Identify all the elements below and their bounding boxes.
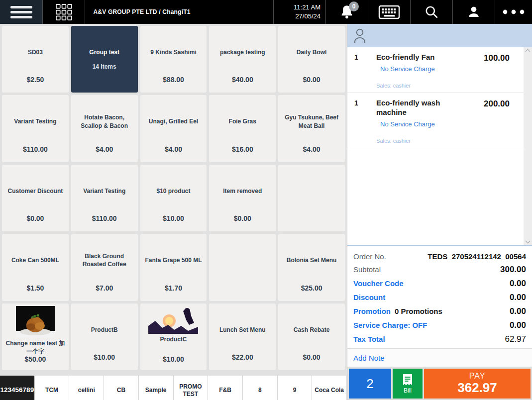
- product-tile[interactable]: package testing$40.00: [209, 26, 276, 93]
- product-tile[interactable]: Daily Bowl$0.00: [278, 26, 345, 93]
- date-label: 27/05/24: [295, 12, 320, 21]
- product-panel: SD03$2.50Group test14 Items9 Kinds Sashi…: [0, 24, 347, 400]
- product-tile[interactable]: Variant Testing$110.00: [2, 95, 69, 162]
- product-tile[interactable]: ProductB$10.00: [71, 303, 138, 370]
- product-price: $40.00: [232, 76, 253, 84]
- product-tile[interactable]: Change name test 加一个字$50.00: [2, 303, 69, 370]
- summary-label[interactable]: Voucher Code: [353, 279, 404, 288]
- product-tile[interactable]: $10 product$10.00: [140, 165, 207, 231]
- product-price: $10.00: [94, 353, 115, 361]
- category-tab[interactable]: TCM: [35, 376, 70, 400]
- quantity-button[interactable]: 2: [349, 369, 391, 399]
- product-name: Bolonia Set Menu: [287, 256, 337, 264]
- product-name: package testing: [220, 48, 265, 56]
- summary-row: Subtotal300.00: [353, 263, 526, 277]
- category-tab[interactable]: 9: [278, 376, 313, 400]
- customer-bar[interactable]: [347, 24, 532, 47]
- main-area: SD03$2.50Group test14 Items9 Kinds Sashi…: [0, 24, 532, 400]
- summary-label[interactable]: Service Charge: OFF: [353, 321, 427, 329]
- product-tile[interactable]: 9 Kinds Sashimi$88.00: [140, 26, 207, 93]
- scrollbar[interactable]: [524, 47, 532, 245]
- summary-row: Promotion0 Promotions0.00: [353, 304, 526, 318]
- ellipsis-icon: [503, 9, 525, 14]
- category-tab[interactable]: Coca Cola: [312, 376, 347, 400]
- add-note-button[interactable]: Add Note: [347, 348, 532, 367]
- search-button[interactable]: [411, 0, 453, 24]
- bill-label: Bill: [404, 387, 412, 394]
- product-name: ProductB: [91, 326, 118, 334]
- store-title: A&V GROUP PTE LTD / ChangiT1: [93, 8, 190, 15]
- product-price: $1.50: [26, 284, 44, 292]
- summary-label: Order No.: [353, 252, 386, 261]
- clock: 11:21 AM 27/05/24: [273, 0, 326, 24]
- product-name: ProductC: [160, 335, 187, 343]
- product-tile[interactable]: Gyu Tsukune, Beef Meat Ball$4.00: [278, 95, 345, 162]
- category-tab[interactable]: CB: [104, 376, 139, 400]
- product-name: Cash Rebate: [294, 326, 330, 334]
- category-tab[interactable]: 8: [243, 376, 278, 400]
- product-price: $16.00: [232, 145, 253, 153]
- product-tile[interactable]: Coke Can 500ML$1.50: [2, 234, 69, 300]
- pay-label: PAY: [469, 372, 486, 381]
- product-price: $110.00: [92, 214, 117, 222]
- product-name: Unagi, Grilled Eel: [149, 117, 198, 125]
- keyboard-button[interactable]: [368, 0, 411, 24]
- time-label: 11:21 AM: [294, 3, 320, 12]
- product-price: $50.00: [24, 355, 46, 363]
- more-button[interactable]: [495, 0, 532, 24]
- product-price: $1.70: [165, 284, 182, 292]
- product-tile[interactable]: Foie Gras$16.00: [209, 95, 276, 162]
- bill-button[interactable]: Bill: [393, 369, 423, 399]
- summary-value: 0.00: [510, 306, 526, 316]
- category-tab[interactable]: PROMO TEST: [174, 376, 209, 400]
- product-name: $10 product: [156, 187, 190, 195]
- summary-label[interactable]: Promotion: [353, 307, 391, 315]
- person-icon: [467, 5, 481, 19]
- product-tile[interactable]: Unagi, Grilled Eel$4.00: [140, 95, 207, 162]
- product-price: $88.00: [163, 76, 184, 84]
- order-item[interactable]: 1Eco-friendly wash machineNo Service Cha…: [347, 93, 524, 148]
- top-bar: A&V GROUP PTE LTD / ChangiT1 11:21 AM 27…: [0, 0, 532, 24]
- product-tile[interactable]: Group test14 Items: [71, 26, 138, 93]
- pay-amount: 362.97: [457, 381, 497, 396]
- product-name: Foie Gras: [229, 117, 256, 125]
- pay-button[interactable]: PAY 362.97: [424, 369, 531, 399]
- product-tile[interactable]: Fanta Grape 500 ML$1.70: [140, 234, 207, 300]
- product-tile-empty: [278, 165, 345, 231]
- product-tile[interactable]: Hotate Bacon, Scallop & Bacon$4.00: [71, 95, 138, 162]
- product-tile[interactable]: ProductC$10.00: [140, 303, 207, 370]
- product-tile[interactable]: Variant Testing$110.00: [71, 165, 138, 231]
- receipt-icon: [402, 374, 413, 387]
- scroll-up-icon[interactable]: [526, 49, 531, 54]
- order-item[interactable]: 1Eco-friendly FanNo Service ChargeSales:…: [347, 47, 524, 93]
- category-tab[interactable]: F&B: [208, 376, 243, 400]
- summary-label[interactable]: Tax Total: [353, 335, 385, 343]
- product-tile[interactable]: SD03$2.50: [2, 26, 69, 93]
- product-price: $25.00: [301, 284, 322, 292]
- product-name: Black Ground Roasted Coffee: [75, 252, 134, 268]
- product-tile[interactable]: Bolonia Set Menu$25.00: [278, 234, 345, 300]
- scroll-down-icon[interactable]: [526, 239, 531, 244]
- product-name: Variant Testing: [83, 187, 125, 195]
- product-tile[interactable]: Item removed$0.00: [209, 165, 276, 231]
- product-tile[interactable]: Black Ground Roasted Coffee$7.00: [71, 234, 138, 300]
- menu-button[interactable]: [0, 0, 43, 24]
- product-tile[interactable]: Lunch Set Menu$22.00: [209, 303, 276, 370]
- summary-value: 62.97: [505, 334, 526, 344]
- product-name: Item removed: [223, 187, 262, 195]
- summary-extra: 0 Promotions: [395, 307, 442, 315]
- summary-value: 0.00: [510, 320, 526, 330]
- product-price: $0.00: [234, 214, 251, 222]
- notifications-button[interactable]: 0: [326, 0, 368, 24]
- item-qty: 1: [354, 53, 358, 61]
- product-tile[interactable]: Cash Rebate$0.00: [278, 303, 345, 370]
- category-tab[interactable]: 123456789: [0, 376, 35, 400]
- category-tab[interactable]: cellini: [69, 376, 104, 400]
- apps-grid-button[interactable]: [43, 0, 85, 24]
- customer-icon: [353, 28, 366, 44]
- summary-label[interactable]: Discount: [353, 293, 385, 301]
- summary-value: 0.00: [510, 293, 526, 302]
- account-button[interactable]: [453, 0, 495, 24]
- category-tab[interactable]: Sample: [139, 376, 174, 400]
- product-tile[interactable]: Customer Discount$0.00: [2, 165, 69, 231]
